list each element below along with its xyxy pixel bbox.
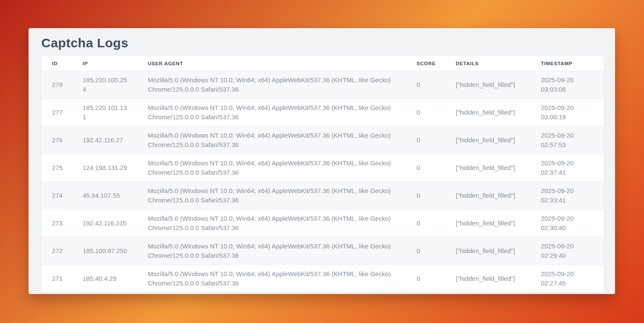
cell-user_agent: Mozilla/5.0 (Windows NT 10.0; Win64; x64… xyxy=(137,127,406,154)
cell-details: ["hidden_field_filled"] xyxy=(445,210,530,237)
column-header-timestamp: TIMESTAMP xyxy=(530,56,604,71)
table-header-row: IDIPUSER AGENTSCOREDETAILSTIMESTAMP xyxy=(41,56,604,71)
page-background: Captcha Logs IDIPUSER AGENTSCOREDETAILST… xyxy=(0,0,644,323)
cell-ip: 192.42.116.215 xyxy=(72,210,137,237)
cell-timestamp: 2025-09-20 02:29:40 xyxy=(530,237,604,265)
table-body: 278185.220.100.254Mozilla/5.0 (Windows N… xyxy=(41,71,604,293)
cell-details: ["hidden_field_filled"] xyxy=(445,265,530,293)
log-row: 275124.198.131.29Mozilla/5.0 (Windows NT… xyxy=(41,154,604,182)
cell-ip: 192.42.116.27 xyxy=(72,127,137,154)
cell-user_agent: Mozilla/5.0 (Windows NT 10.0; Win64; x64… xyxy=(137,237,406,265)
cell-id: 272 xyxy=(41,237,72,265)
cell-ip: 185.100.87.250 xyxy=(72,237,137,265)
cell-id: 277 xyxy=(41,99,72,127)
cell-user_agent: Mozilla/5.0 (Windows NT 10.0; Win64; x64… xyxy=(137,210,406,237)
cell-user_agent: Mozilla/5.0 (Windows NT 10.0; Win64; x64… xyxy=(137,154,406,182)
cell-timestamp: 2025-09-20 03:00:19 xyxy=(530,99,604,127)
cell-score: 0 xyxy=(406,154,445,182)
log-row: 277185.220.101.131Mozilla/5.0 (Windows N… xyxy=(41,99,604,127)
cell-user_agent: Mozilla/5.0 (Windows NT 10.0; Win64; x64… xyxy=(137,182,406,210)
cell-ip: 185.220.100.254 xyxy=(72,71,137,99)
cell-details: ["hidden_field_filled"] xyxy=(445,154,530,182)
cell-timestamp: 2025-09-20 02:37:41 xyxy=(530,154,604,182)
cell-ip: 45.84.107.55 xyxy=(72,182,137,210)
logs-table: IDIPUSER AGENTSCOREDETAILSTIMESTAMP 2781… xyxy=(41,56,604,293)
cell-details: ["hidden_field_filled"] xyxy=(445,127,530,154)
log-row: 276192.42.116.27Mozilla/5.0 (Windows NT … xyxy=(41,127,604,154)
column-header-score: SCORE xyxy=(406,56,445,71)
cell-timestamp: 2025-09-20 02:27:45 xyxy=(530,265,604,293)
cell-id: 278 xyxy=(41,71,72,99)
page-title: Captcha Logs xyxy=(41,35,604,51)
cell-score: 0 xyxy=(406,71,445,99)
cell-score: 0 xyxy=(406,182,445,210)
cell-timestamp: 2025-09-20 02:57:53 xyxy=(530,127,604,154)
cell-details: ["hidden_field_filled"] xyxy=(445,237,530,265)
cell-timestamp: 2025-09-20 02:33:41 xyxy=(530,182,604,210)
cell-timestamp: 2025-09-20 02:30:40 xyxy=(530,210,604,237)
cell-user_agent: Mozilla/5.0 (Windows NT 10.0; Win64; x64… xyxy=(137,99,406,127)
cell-score: 0 xyxy=(406,210,445,237)
cell-id: 274 xyxy=(41,182,72,210)
cell-details: ["hidden_field_filled"] xyxy=(445,182,530,210)
cell-details: ["hidden_field_filled"] xyxy=(445,71,530,99)
captcha-logs-card: Captcha Logs IDIPUSER AGENTSCOREDETAILST… xyxy=(29,28,615,294)
cell-id: 271 xyxy=(41,265,72,293)
cell-score: 0 xyxy=(406,265,445,293)
cell-details: ["hidden_field_filled"] xyxy=(445,99,530,127)
cell-timestamp: 2025-09-20 03:03:06 xyxy=(530,71,604,99)
column-header-details: DETAILS xyxy=(445,56,530,71)
cell-id: 276 xyxy=(41,127,72,154)
cell-user_agent: Mozilla/5.0 (Windows NT 10.0; Win64; x64… xyxy=(137,71,406,99)
log-row: 278185.220.100.254Mozilla/5.0 (Windows N… xyxy=(41,71,604,99)
log-row: 272185.100.87.250Mozilla/5.0 (Windows NT… xyxy=(41,237,604,265)
column-header-user_agent: USER AGENT xyxy=(137,56,406,71)
cell-score: 0 xyxy=(406,237,445,265)
cell-score: 0 xyxy=(406,99,445,127)
column-header-ip: IP xyxy=(72,56,137,71)
log-row: 27445.84.107.55Mozilla/5.0 (Windows NT 1… xyxy=(41,182,604,210)
cell-ip: 185.40.4.29 xyxy=(72,265,137,293)
cell-id: 273 xyxy=(41,210,72,237)
log-row: 273192.42.116.215Mozilla/5.0 (Windows NT… xyxy=(41,210,604,237)
cell-ip: 124.198.131.29 xyxy=(72,154,137,182)
table-header: IDIPUSER AGENTSCOREDETAILSTIMESTAMP xyxy=(41,56,604,71)
column-header-id: ID xyxy=(41,56,72,71)
log-row: 271185.40.4.29Mozilla/5.0 (Windows NT 10… xyxy=(41,265,604,293)
cell-ip: 185.220.101.131 xyxy=(72,99,137,127)
cell-user_agent: Mozilla/5.0 (Windows NT 10.0; Win64; x64… xyxy=(137,265,406,293)
cell-id: 275 xyxy=(41,154,72,182)
logs-table-container: IDIPUSER AGENTSCOREDETAILSTIMESTAMP 2781… xyxy=(41,56,604,293)
cell-score: 0 xyxy=(406,127,445,154)
